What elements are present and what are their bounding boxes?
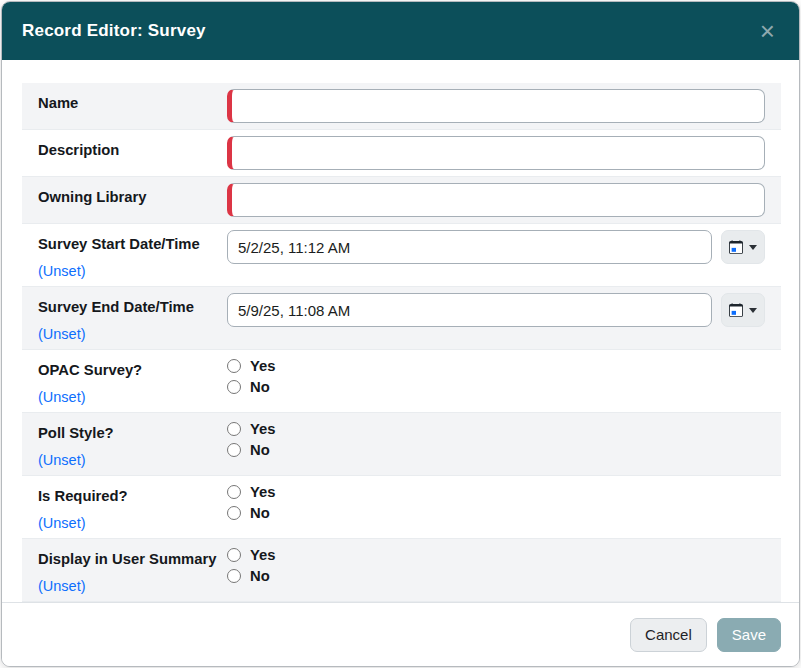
survey-start-label: Survey Start Date/Time	[38, 236, 200, 252]
opac-survey-yes-label[interactable]: Yes	[250, 358, 276, 374]
survey-start-calendar-button[interactable]	[721, 230, 765, 264]
poll-style-unset-link[interactable]: (Unset)	[38, 452, 86, 468]
survey-end-label: Survey End Date/Time	[38, 299, 194, 315]
record-editor-dialog: Record Editor: Survey × Name Description	[1, 1, 800, 667]
owning-library-label: Owning Library	[38, 189, 147, 205]
chevron-down-icon	[749, 245, 757, 250]
survey-start-unset-link[interactable]: (Unset)	[38, 263, 86, 279]
is-required-label: Is Required?	[38, 488, 128, 504]
description-label: Description	[38, 142, 119, 158]
name-label: Name	[38, 95, 78, 111]
owning-library-input[interactable]	[227, 183, 765, 217]
display-in-user-summary-label: Display in User Summary	[38, 551, 216, 567]
survey-end-calendar-button[interactable]	[721, 293, 765, 327]
calendar-icon	[729, 303, 743, 317]
field-row-is-required: Is Required? (Unset) Yes No	[22, 476, 781, 539]
opac-survey-label: OPAC Survey?	[38, 362, 142, 378]
field-row-owning-library: Owning Library	[22, 177, 781, 224]
survey-start-datetime-input[interactable]	[227, 230, 712, 264]
field-row-opac-survey: OPAC Survey? (Unset) Yes No	[22, 350, 781, 413]
calendar-icon	[729, 240, 743, 254]
description-input[interactable]	[227, 136, 765, 170]
field-row-description: Description	[22, 130, 781, 177]
cancel-button[interactable]: Cancel	[630, 618, 707, 652]
field-row-poll-style: Poll Style? (Unset) Yes No	[22, 413, 781, 476]
display-in-user-summary-no-label[interactable]: No	[250, 568, 270, 584]
display-in-user-summary-unset-link[interactable]: (Unset)	[38, 578, 86, 594]
is-required-no-label[interactable]: No	[250, 505, 270, 521]
opac-survey-unset-link[interactable]: (Unset)	[38, 389, 86, 405]
poll-style-no-radio[interactable]	[227, 443, 241, 457]
field-row-display-in-user-summary: Display in User Summary (Unset) Yes No	[22, 539, 781, 602]
opac-survey-no-label[interactable]: No	[250, 379, 270, 395]
is-required-unset-link[interactable]: (Unset)	[38, 515, 86, 531]
display-in-user-summary-yes-radio[interactable]	[227, 548, 241, 562]
poll-style-yes-label[interactable]: Yes	[250, 421, 276, 437]
poll-style-label: Poll Style?	[38, 425, 114, 441]
chevron-down-icon	[749, 308, 757, 313]
poll-style-yes-radio[interactable]	[227, 422, 241, 436]
poll-style-no-label[interactable]: No	[250, 442, 270, 458]
survey-end-unset-link[interactable]: (Unset)	[38, 326, 86, 342]
display-in-user-summary-yes-label[interactable]: Yes	[250, 547, 276, 563]
name-input[interactable]	[227, 89, 765, 123]
save-button[interactable]: Save	[717, 618, 781, 652]
dialog-title: Record Editor: Survey	[22, 21, 206, 41]
field-row-survey-end: Survey End Date/Time (Unset)	[22, 287, 781, 350]
dialog-header: Record Editor: Survey ×	[2, 2, 799, 60]
opac-survey-no-radio[interactable]	[227, 380, 241, 394]
is-required-no-radio[interactable]	[227, 506, 241, 520]
survey-end-datetime-input[interactable]	[227, 293, 712, 327]
opac-survey-yes-radio[interactable]	[227, 359, 241, 373]
dialog-body: Name Description Owning Library	[2, 60, 799, 602]
is-required-yes-radio[interactable]	[227, 485, 241, 499]
close-icon[interactable]: ×	[758, 18, 777, 44]
field-row-name: Name	[22, 83, 781, 130]
dialog-footer: Cancel Save	[2, 602, 799, 666]
is-required-yes-label[interactable]: Yes	[250, 484, 276, 500]
field-row-survey-start: Survey Start Date/Time (Unset)	[22, 224, 781, 287]
display-in-user-summary-no-radio[interactable]	[227, 569, 241, 583]
